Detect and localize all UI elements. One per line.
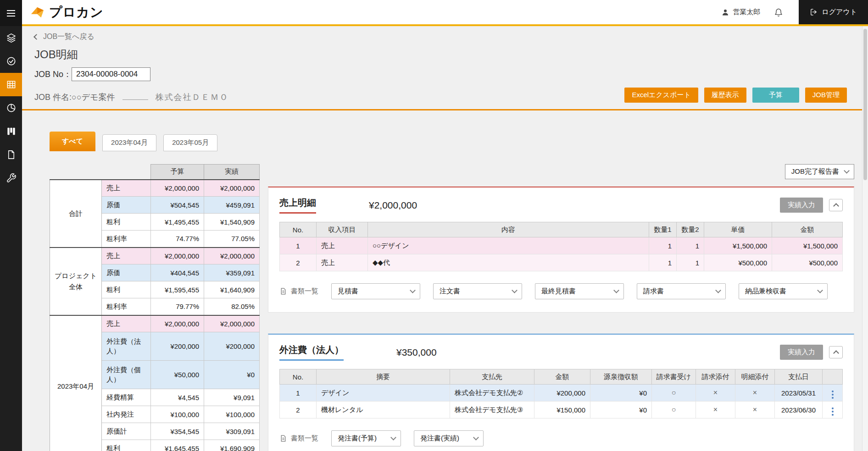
blank-line	[122, 93, 148, 100]
summary-budget: ¥50,000	[151, 361, 204, 389]
cell-payee: 株式会社デモ支払先③	[450, 402, 534, 418]
logout-button[interactable]: ログアウト	[799, 0, 868, 24]
summary-actual: ¥309,091	[204, 423, 260, 440]
cell-invoice-received: ○	[652, 385, 696, 402]
actual-input-button[interactable]: 実績入力	[780, 198, 823, 213]
document-icon	[279, 287, 287, 295]
content: JOB一覧へ戻る JOB明細 JOB No： JOB 件名:○○デモ案件 株式会…	[22, 26, 868, 451]
summary-budget: ¥200,000	[151, 332, 204, 361]
sidebar-item-tasks[interactable]	[0, 50, 22, 73]
actual-input-button[interactable]: 実績入力	[780, 345, 823, 360]
main-area: プロカン 営業太郎 ログアウト JO	[22, 0, 868, 451]
report-type-value: JOB完了報告書	[791, 167, 839, 176]
doc-select-purchase-order-budget[interactable]: 発注書(予算)	[331, 430, 401, 446]
chevron-up-icon	[833, 350, 839, 356]
cell-unit-price: ¥500,000	[704, 254, 772, 271]
outsourcing-head-actions: 実績入力	[780, 345, 843, 360]
summary-budget: ¥2,000,000	[151, 248, 204, 264]
report-type-select[interactable]: JOB完了報告書	[785, 164, 854, 179]
summary-budget: 74.77%	[151, 231, 204, 248]
col-invoice-received: 請求書受け	[652, 369, 696, 385]
sidebar-item-documents[interactable]	[0, 26, 22, 50]
doc-select-final-quotation[interactable]: 最終見積書	[535, 283, 624, 299]
document-icon	[279, 434, 287, 442]
summary-budget: ¥404,545	[151, 264, 204, 281]
summary-actual: ¥2,000,000	[204, 180, 260, 197]
doc-select-delivery-acceptance[interactable]: 納品兼検収書	[739, 283, 828, 299]
sales-head-actions: 実績入力	[780, 198, 843, 213]
sales-table-header-row: No. 収入項目 内容 数量1 数量2 単価 金額	[280, 222, 843, 237]
history-button[interactable]: 履歴表示	[704, 88, 746, 103]
cell-no: 2	[280, 402, 317, 418]
summary-item: 原価	[102, 264, 151, 281]
app-logo-text: プロカン	[49, 4, 104, 21]
excel-export-button[interactable]: Excelエクスポート	[624, 88, 698, 103]
back-link-label: JOB一覧へ戻る	[43, 32, 95, 42]
job-name: JOB 件名:○○デモ案件 株式会社ＤＥＭＯ	[34, 92, 229, 103]
back-link[interactable]: JOB一覧へ戻る	[34, 32, 95, 42]
sidebar-item-board[interactable]	[0, 120, 22, 143]
col-qty2: 数量2	[677, 222, 704, 237]
col-summary: 摘要	[317, 369, 450, 385]
topbar-right: 営業太郎 ログアウト	[721, 0, 868, 24]
outsourcing-section: 外注費（法人） ¥350,000 実績入力 No.	[268, 334, 854, 451]
sidebar-item-analytics[interactable]	[0, 96, 22, 120]
summary-header-row: 予算 実績	[50, 165, 260, 180]
sidebar-item-settings[interactable]	[0, 166, 22, 190]
notification-bell-icon[interactable]	[774, 8, 783, 17]
app-logo-icon	[30, 5, 45, 20]
tab-all[interactable]: すべて	[50, 132, 95, 151]
row-menu-button[interactable]	[829, 406, 836, 417]
menu-icon[interactable]	[0, 0, 22, 26]
summary-table: 予算 実績 合計 売上 ¥2,000,000 ¥2,000,000 原価	[50, 164, 260, 451]
outsourcing-table-header-row: No. 摘要 支払先 金額 源泉徴収額 請求書受け 請求添付 明細添付 支払日	[280, 369, 843, 385]
pie-chart-icon	[6, 103, 17, 113]
summary-actual: ¥1,540,909	[204, 214, 260, 231]
budget-button[interactable]: 予算	[752, 88, 799, 103]
user-menu[interactable]: 営業太郎	[721, 8, 760, 16]
summary-group-label: 合計	[50, 180, 102, 248]
doc-select-purchase-order-actual[interactable]: 発注書(実績)	[414, 430, 484, 446]
summary-budget: ¥1,645,455	[151, 440, 204, 451]
summary-header-budget: 予算	[151, 165, 204, 180]
sidebar-item-job-list[interactable]	[0, 73, 22, 96]
job-manage-button[interactable]: JOB管理	[805, 88, 847, 103]
col-no: No.	[280, 222, 317, 237]
summary-item: 売上	[102, 180, 151, 197]
chevron-left-icon	[33, 34, 39, 40]
sales-section-title: 売上明細	[279, 197, 316, 214]
summary-actual: ¥459,091	[204, 197, 260, 214]
summary-item: 売上	[102, 248, 151, 264]
sidebar-item-reports[interactable]	[0, 143, 22, 166]
cell-payee: 株式会社デモ支払先②	[450, 385, 534, 402]
doc-select-invoice[interactable]: 請求書	[637, 283, 726, 299]
col-detail-attached: 明細添付	[735, 369, 775, 385]
collapse-section-button[interactable]	[829, 199, 843, 211]
scrollbar[interactable]	[862, 26, 868, 451]
tab-2023-05[interactable]: 2023年05月	[163, 134, 217, 151]
cell-invoice-attached: ×	[696, 402, 735, 418]
chevron-down-icon	[844, 168, 850, 174]
summary-budget: ¥2,000,000	[151, 315, 204, 332]
doc-select-order[interactable]: 注文書	[433, 283, 522, 299]
tab-2023-04[interactable]: 2023年04月	[102, 134, 156, 151]
app-logo[interactable]: プロカン	[30, 4, 104, 21]
summary-actual: ¥1,690,909	[204, 440, 260, 451]
doc-select-quotation[interactable]: 見積書	[331, 283, 420, 299]
sales-row: 2 売上 ◆◆代 1 1 ¥500,000 ¥500,000	[280, 254, 843, 271]
job-no-input[interactable]	[72, 67, 150, 81]
cell-description: ○○デザイン	[368, 237, 649, 254]
summary-actual: 82.05%	[204, 298, 260, 315]
cell-income-category: 売上	[317, 237, 368, 254]
scrollbar-thumb[interactable]	[863, 29, 867, 180]
summary-row: プロジェクト全体 売上 ¥2,000,000 ¥2,000,000	[50, 248, 260, 264]
docs-label: 書類一覧	[279, 434, 318, 443]
col-invoice-attached: 請求添付	[696, 369, 735, 385]
row-menu-button[interactable]	[829, 389, 836, 400]
summary-budget: ¥4,545	[151, 389, 204, 406]
collapse-section-button[interactable]	[829, 346, 843, 358]
docs-label: 書類一覧	[279, 287, 318, 296]
page-title: JOB明細	[34, 47, 847, 62]
summary-budget: ¥2,000,000	[151, 180, 204, 197]
cell-unit-price: ¥1,500,000	[704, 237, 772, 254]
